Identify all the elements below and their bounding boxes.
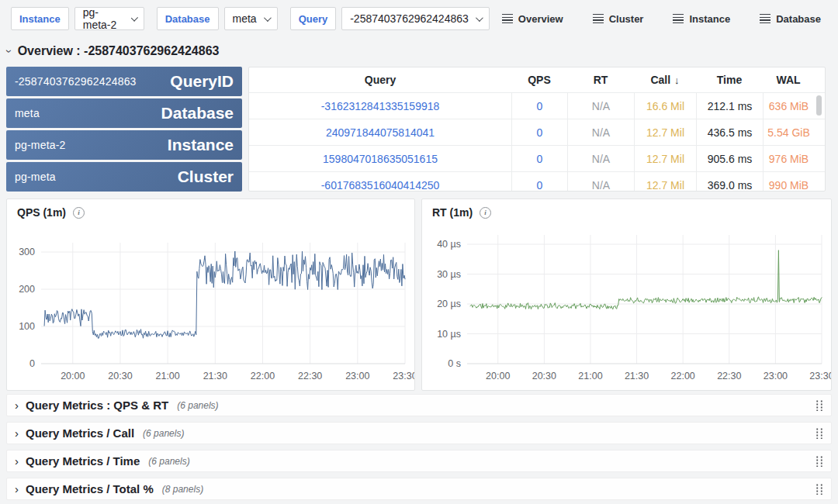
- time-cell: 436.5 ms: [696, 119, 763, 145]
- drag-handle-icon[interactable]: [815, 427, 823, 439]
- svg-text:30 µs: 30 µs: [437, 269, 461, 280]
- table-scrollbar[interactable]: [816, 95, 822, 116]
- svg-text:200: 200: [19, 284, 35, 295]
- column-header-time[interactable]: Time: [696, 67, 763, 92]
- dashboard-link-cluster[interactable]: Cluster: [593, 13, 644, 25]
- drag-handle-icon[interactable]: [815, 455, 823, 467]
- database-var-label: Database: [157, 7, 219, 30]
- dashboard-link-overview[interactable]: Overview: [502, 13, 563, 25]
- collapsed-row-2[interactable]: ›Query Metrics / Call(6 panels): [6, 422, 832, 444]
- stat-panel-queryid: -2587403762962424863QueryID: [6, 67, 242, 96]
- column-header-query[interactable]: Query: [249, 67, 511, 92]
- rt-cell: N/A: [567, 146, 634, 171]
- column-header-label: WAL: [776, 74, 800, 86]
- svg-text:22:00: 22:00: [671, 371, 695, 381]
- dashboard-list-icon: [673, 14, 684, 23]
- panel-count: (6 panels): [148, 456, 189, 467]
- dashboard-list-icon: [760, 14, 770, 23]
- svg-text:20 µs: 20 µs: [437, 299, 461, 309]
- qps-cell: 0: [511, 146, 567, 171]
- stat-label: Cluster: [178, 167, 234, 186]
- call-cell: 12.7 Mil: [634, 119, 696, 145]
- chevron-down-icon: [476, 14, 483, 22]
- row-title: Query Metrics / Time: [26, 454, 140, 468]
- rt-panel-title: RT (1m) i: [422, 199, 831, 219]
- svg-text:20:30: 20:30: [532, 371, 556, 381]
- svg-text:20:30: 20:30: [108, 371, 132, 381]
- panel-title-text: QPS (1m): [17, 206, 66, 219]
- query-id-link[interactable]: -3162312841335159918: [249, 93, 511, 119]
- var-group-query: Query -2587403762962424863: [290, 7, 490, 30]
- query-id-link[interactable]: 1598047018635051615: [249, 146, 511, 171]
- chevron-right-icon: ›: [15, 426, 19, 440]
- column-header-label: Query: [365, 74, 396, 86]
- stat-label: Database: [161, 104, 234, 123]
- query-id-link[interactable]: -6017683516040414250: [249, 172, 511, 192]
- dashboard-submenu: Instance pg-meta-2 Database meta Query -…: [0, 0, 838, 37]
- rt-cell: N/A: [567, 119, 634, 145]
- chevron-right-icon: ›: [15, 399, 19, 412]
- wal-cell: 990 MiB: [763, 172, 814, 192]
- svg-text:21:30: 21:30: [203, 371, 227, 381]
- stat-value: pg-meta-2: [15, 139, 66, 151]
- collapsed-row-3[interactable]: ›Query Metrics / Time(6 panels): [6, 450, 832, 472]
- chevron-down-icon: ›: [3, 50, 16, 54]
- column-header-qps[interactable]: QPS: [511, 67, 567, 92]
- panel-count: (6 panels): [143, 428, 184, 439]
- stat-value: -2587403762962424863: [15, 75, 137, 88]
- query-id-link[interactable]: 240971844075814041: [249, 119, 511, 145]
- stat-value: meta: [15, 107, 40, 119]
- dashboard-link-instance[interactable]: Instance: [673, 13, 730, 25]
- column-header-call[interactable]: Call↓: [634, 67, 696, 92]
- collapsed-row-4[interactable]: ›Query Metrics / Total %(8 panels): [6, 478, 832, 500]
- row-title: Query Metrics / Total %: [26, 482, 154, 495]
- table-header: QueryQPSRTCall↓TimeWAL: [249, 67, 825, 92]
- rt-cell: N/A: [567, 93, 634, 119]
- collapsed-row-1[interactable]: ›Query Metrics : QPS & RT(6 panels): [6, 394, 832, 416]
- collapsed-rows: ›Query Metrics : QPS & RT(6 panels)›Quer…: [6, 394, 832, 504]
- table-row: -60176835160404142500N/A12.7 Mil369.0 ms…: [249, 171, 825, 192]
- dashboard-link-database[interactable]: Database: [760, 13, 821, 25]
- rt-cell: N/A: [567, 172, 634, 192]
- wal-cell: 5.54 GiB: [763, 119, 814, 145]
- dashboard-links: OverviewClusterInstanceDatabase: [502, 13, 827, 25]
- qps-cell: 0: [511, 93, 567, 119]
- chevron-down-icon: [131, 14, 138, 21]
- time-cell: 369.0 ms: [696, 172, 763, 192]
- column-header-rt[interactable]: RT: [567, 67, 634, 92]
- query-table-panel: QueryQPSRTCall↓TimeWAL -3162312841335159…: [248, 67, 826, 192]
- database-var-select[interactable]: meta: [224, 7, 278, 30]
- drag-handle-icon[interactable]: [815, 399, 823, 411]
- qps-timeseries-chart[interactable]: 20:0020:3021:0021:3022:0022:3023:0023:30…: [7, 224, 414, 390]
- panel-count: (8 panels): [162, 484, 203, 495]
- column-header-wal[interactable]: WAL: [763, 67, 814, 92]
- svg-text:23:30: 23:30: [393, 371, 414, 381]
- var-group-database: Database meta: [157, 7, 278, 30]
- sort-desc-icon: ↓: [674, 74, 680, 86]
- qps-panel-title: QPS (1m) i: [7, 199, 414, 219]
- dashboard-list-icon: [502, 14, 513, 23]
- qps-chart-panel: QPS (1m) i 20:0020:3021:0021:3022:0022:3…: [6, 198, 415, 391]
- info-icon[interactable]: i: [73, 207, 85, 219]
- svg-text:21:00: 21:00: [578, 371, 602, 381]
- panel-title-text: RT (1m): [432, 206, 473, 219]
- row-title: Overview : -2587403762962424863: [18, 44, 220, 58]
- row-header-overview[interactable]: › Overview : -2587403762962424863: [8, 41, 219, 61]
- panel-count: (6 panels): [177, 400, 218, 411]
- chevron-right-icon: ›: [15, 482, 19, 495]
- drag-handle-icon[interactable]: [815, 483, 823, 495]
- stat-label: Instance: [168, 136, 234, 154]
- time-cell: 905.6 ms: [696, 146, 763, 171]
- wal-cell: 636 MiB: [763, 93, 814, 119]
- svg-text:22:30: 22:30: [717, 371, 741, 381]
- column-header-label: QPS: [528, 74, 551, 86]
- query-var-select[interactable]: -2587403762962424863: [341, 7, 490, 30]
- chevron-right-icon: ›: [15, 454, 19, 468]
- table-row: -31623128413351599180N/A16.6 Mil212.1 ms…: [249, 92, 825, 119]
- table-row: 2409718440758140410N/A12.7 Mil436.5 ms5.…: [249, 119, 825, 145]
- info-icon[interactable]: i: [480, 207, 491, 219]
- stat-panel-database: metaDatabase: [6, 98, 242, 128]
- rt-timeseries-chart[interactable]: 20:0020:3021:0021:3022:0022:3023:0023:30…: [422, 224, 831, 390]
- instance-var-select[interactable]: pg-meta-2: [74, 7, 144, 30]
- wal-cell: 976 MiB: [763, 146, 814, 171]
